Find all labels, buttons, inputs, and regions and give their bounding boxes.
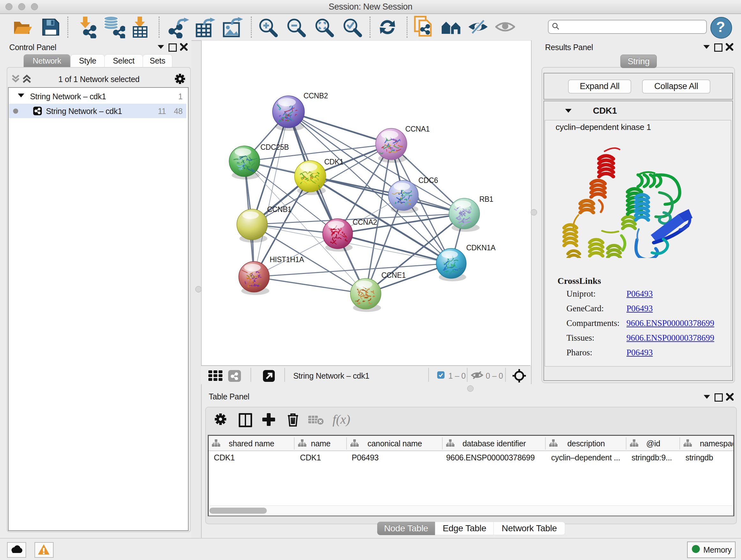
svg-text:CCNB2: CCNB2 [304, 91, 328, 100]
svg-text:RB1: RB1 [479, 195, 493, 203]
svg-text:CCNE1: CCNE1 [381, 271, 406, 279]
svg-text:CDC6: CDC6 [418, 176, 438, 185]
svg-text:HIST1H1A: HIST1H1A [270, 255, 304, 264]
svg-text:CCNA1: CCNA1 [405, 125, 429, 133]
svg-text:CDC25B: CDC25B [260, 143, 289, 151]
svg-text:CDKN1A: CDKN1A [466, 244, 495, 252]
svg-text:CCNB1: CCNB1 [267, 205, 291, 213]
svg-text:CCNA2: CCNA2 [353, 218, 377, 226]
svg-text:CDK1: CDK1 [324, 158, 343, 166]
